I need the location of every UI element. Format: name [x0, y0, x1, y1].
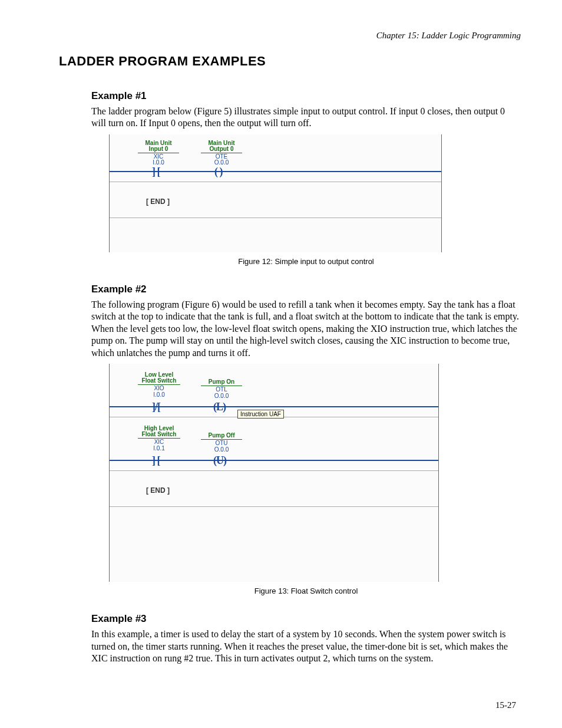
- example-1-title: Example #1: [91, 90, 521, 102]
- example-2-title: Example #2: [91, 284, 521, 295]
- page-title: LADDER PROGRAM EXAMPLES: [59, 54, 521, 69]
- xio-instruction: Low Level Float Switch XIO I.0.0: [138, 372, 180, 398]
- end-rung: [ END ]: [110, 471, 438, 506]
- example-3-body: In this example, a timer is used to dela…: [91, 628, 521, 664]
- otu-symbol: (U): [213, 455, 226, 466]
- otl-instruction: Pump On OTL O.0.0: [201, 379, 242, 399]
- chapter-header: Chapter 15: Ladder Logic Programming: [59, 31, 521, 41]
- example-2: Example #2 The following program (Figure…: [91, 284, 521, 595]
- page-number: 15-27: [495, 700, 516, 710]
- ote-symbol: ( ): [214, 166, 223, 177]
- end-label: [ END ]: [146, 197, 170, 206]
- rung-2: High Level Float Switch XIC I.0.1 ] [ Pu…: [110, 417, 438, 470]
- ote-instruction: Main Unit Output 0 OTE O.0.0: [201, 140, 242, 166]
- xic-symbol: ] [: [152, 455, 160, 466]
- rung-1: Low Level Float Switch XIO I.0.0 ]/[ Pum…: [110, 364, 438, 417]
- end-label: [ END ]: [146, 486, 170, 495]
- end-rung: [ END ]: [110, 182, 441, 218]
- otu-instruction: Pump Off OTU O.0.0: [201, 433, 242, 453]
- example-1-body: The ladder program below (Figure 5) illu…: [91, 106, 521, 130]
- xic-instruction: High Level Float Switch XIC I.0.1: [138, 426, 180, 452]
- otl-symbol: (L): [213, 401, 226, 412]
- figure-12-diagram: Main Unit Input 0 XIC I.0.0 ] [ Main Uni…: [109, 134, 442, 252]
- figure-12-caption: Figure 12: Simple input to output contro…: [91, 257, 521, 266]
- example-3: Example #3 In this example, a timer is u…: [91, 613, 521, 664]
- xio-symbol: ]/[: [152, 401, 160, 412]
- example-2-body: The following program (Figure 6) would b…: [91, 299, 521, 359]
- figure-13-caption: Figure 13: Float Switch control: [91, 587, 521, 595]
- figure-13-diagram: Low Level Float Switch XIO I.0.0 ]/[ Pum…: [109, 364, 439, 582]
- xic-symbol: ] [: [152, 166, 160, 177]
- example-3-title: Example #3: [91, 613, 521, 625]
- xic-instruction: Main Unit Input 0 XIC I.0.0: [138, 140, 179, 166]
- example-1: Example #1 The ladder program below (Fig…: [91, 90, 521, 266]
- rung-1: Main Unit Input 0 XIC I.0.0 ] [ Main Uni…: [110, 134, 441, 182]
